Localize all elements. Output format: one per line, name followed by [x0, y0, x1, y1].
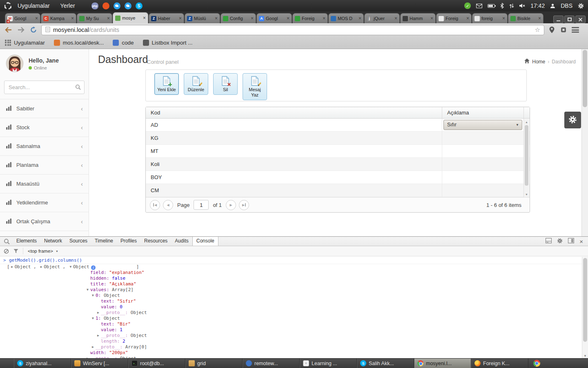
table-row[interactable]: KG [146, 132, 530, 145]
scroll-down-icon[interactable]: ▼ [524, 192, 529, 197]
window-minimize-button[interactable] [553, 16, 564, 23]
console-tree-line[interactable]: value: 0 [0, 304, 588, 310]
browser-tab[interactable]: ZMüslü× [185, 13, 220, 23]
browser-tab[interactable]: CKampa× [41, 13, 76, 23]
sidebar-item-sat-nalma[interactable]: Satınalma‹ [0, 137, 89, 155]
dropdown-arrow-icon[interactable]: ▼ [513, 119, 522, 131]
reload-button[interactable] [29, 25, 38, 35]
devtools-tab-console[interactable]: Console [192, 237, 218, 246]
browser-tab[interactable]: mosye× [113, 12, 148, 23]
console-tree-line[interactable]: length: 2 [0, 339, 588, 344]
back-button[interactable] [3, 25, 13, 35]
twitter-indicator-icon[interactable] [125, 2, 131, 9]
filter-icon[interactable] [13, 249, 18, 254]
bookmark-item[interactable]: code [113, 40, 134, 46]
tab-close-icon[interactable]: × [394, 16, 397, 21]
column-header-kod[interactable]: Kod [146, 107, 442, 118]
window-restore-button[interactable] [564, 16, 575, 23]
devtools-tab-timeline[interactable]: Timeline [91, 237, 117, 246]
clock[interactable]: 17:42 [530, 2, 545, 9]
page-number-input[interactable] [194, 200, 209, 210]
taskbar-item-root-db[interactable]: >_root@db... [128, 359, 185, 368]
inspect-element-icon[interactable] [4, 238, 10, 245]
console-tree-line[interactable]: ▼1: Object [0, 316, 588, 321]
scrollbar-thumb[interactable] [525, 125, 528, 186]
disclosure-expanded-icon[interactable]: ▼ [90, 293, 96, 298]
page-scrollbar[interactable] [581, 49, 588, 236]
sidebar-item-sabitler[interactable]: Sabitler‹ [0, 99, 89, 118]
sidebar-item-masa-st[interactable]: Masaüstü‹ [0, 174, 89, 193]
console-scrollbar[interactable]: ▼ [582, 257, 588, 358]
console-tree-line[interactable]: field: "explanation" [0, 270, 588, 276]
tab-close-icon[interactable]: × [143, 16, 146, 20]
disclosure-expanded-icon[interactable]: ▼ [90, 316, 96, 321]
scrollbar-thumb[interactable] [583, 258, 587, 342]
table-row[interactable]: Koli [146, 158, 530, 171]
browser-tab[interactable]: ZHaber× [149, 13, 184, 23]
yeni-ekle-button[interactable]: Yeni Ekle [154, 73, 179, 95]
tab-close-icon[interactable]: × [502, 16, 505, 21]
places-menu[interactable]: Yerler [60, 2, 75, 9]
settings-gear-button[interactable] [564, 112, 581, 128]
table-row[interactable]: ADSıfır▼ [146, 119, 530, 132]
sidebar-item-yetkilendirme[interactable]: Yetkilendirme‹ [0, 193, 89, 212]
console-tree-line[interactable]: text: "Bir" [0, 321, 588, 327]
forward-button[interactable] [16, 25, 26, 35]
grid-scrollbar[interactable]: ▲ ▼ [523, 119, 529, 197]
disclosure-collapsed-icon[interactable]: ▶ [96, 333, 101, 339]
browser-tab[interactable]: Foreig× [292, 13, 328, 23]
tab-close-icon[interactable]: × [287, 16, 290, 21]
devtools-tab-network[interactable]: Network [40, 237, 66, 246]
tab-close-icon[interactable]: × [538, 16, 541, 21]
devtools-tab-profiles[interactable]: Profiles [117, 237, 140, 246]
browser-tab[interactable]: foreig× [472, 13, 508, 23]
browser-tab[interactable]: Hamm× [400, 13, 436, 23]
twitter-indicator-icon[interactable] [114, 2, 120, 9]
browser-tab[interactable]: AGoogl× [256, 13, 292, 23]
search-icon[interactable] [75, 84, 81, 91]
console-tree-line[interactable]: width: "200px" [0, 350, 588, 356]
network-arrows-icon[interactable] [509, 3, 514, 9]
taskbar-item-learning[interactable]: ≡Learning ... [300, 359, 357, 368]
browser-tab[interactable]: jjQuer× [364, 13, 400, 23]
devtools-tab-sources[interactable]: Sources [66, 237, 91, 246]
disclosure-collapsed-icon[interactable]: ▶ [10, 264, 15, 270]
browser-tab[interactable]: My Su× [77, 13, 112, 23]
browser-tab[interactable]: M4Googl× [5, 13, 40, 23]
battery-icon[interactable] [488, 4, 495, 8]
sil-button[interactable]: Sil [213, 73, 238, 95]
tab-close-icon[interactable]: × [430, 16, 433, 21]
table-row[interactable]: CM [146, 184, 530, 197]
taskbar-item-ziyahanal[interactable]: Sziyahanal... [14, 359, 71, 368]
skype-indicator-icon[interactable]: S [136, 2, 143, 9]
table-row[interactable]: MT [146, 145, 530, 158]
disclosure-expanded-icon[interactable]: ▼ [68, 264, 73, 270]
d-zenle-button[interactable]: Düzenle [184, 73, 208, 95]
ubuntu-logo-icon[interactable] [4, 2, 12, 10]
browser-tab[interactable]: Bisikle× [508, 13, 543, 23]
tab-close-icon[interactable]: × [359, 16, 361, 21]
column-header-aciklama[interactable]: Açıklama [442, 107, 524, 118]
browser-tab[interactable]: Config× [220, 13, 256, 23]
tab-close-icon[interactable]: × [251, 16, 254, 21]
devtools-close-icon[interactable]: × [579, 238, 583, 245]
sidebar-search-input[interactable] [4, 81, 85, 94]
tab-close-icon[interactable]: × [179, 16, 182, 21]
tab-close-icon[interactable]: × [35, 16, 38, 21]
devtools-settings-gear-icon[interactable] [557, 238, 563, 245]
bluetooth-icon[interactable] [500, 3, 504, 9]
avatar[interactable] [6, 54, 24, 74]
breadcrumb-home[interactable]: Home [532, 59, 545, 65]
disclosure-collapsed-icon[interactable]: ▶ [90, 344, 96, 350]
tab-close-icon[interactable]: × [71, 16, 74, 21]
devtools-tab-audits[interactable]: Audits [171, 237, 192, 246]
next-page-button[interactable]: ▶ [226, 200, 236, 210]
tab-close-icon[interactable]: × [323, 16, 325, 21]
console-tree-line[interactable]: ▼values: Array[2] [0, 287, 588, 293]
address-bar[interactable]: mosyeni.local/cards/units ☆ [41, 25, 544, 35]
console-tree-line[interactable]: text: "Sıfır" [0, 298, 588, 304]
chrome-launcher-icon[interactable] [533, 360, 540, 367]
prev-page-button[interactable]: ◀ [163, 200, 173, 210]
console-tree-line[interactable]: ▶__proto__: Array[0] [0, 344, 588, 350]
console-tree-line[interactable]: hidden: false [0, 276, 588, 281]
